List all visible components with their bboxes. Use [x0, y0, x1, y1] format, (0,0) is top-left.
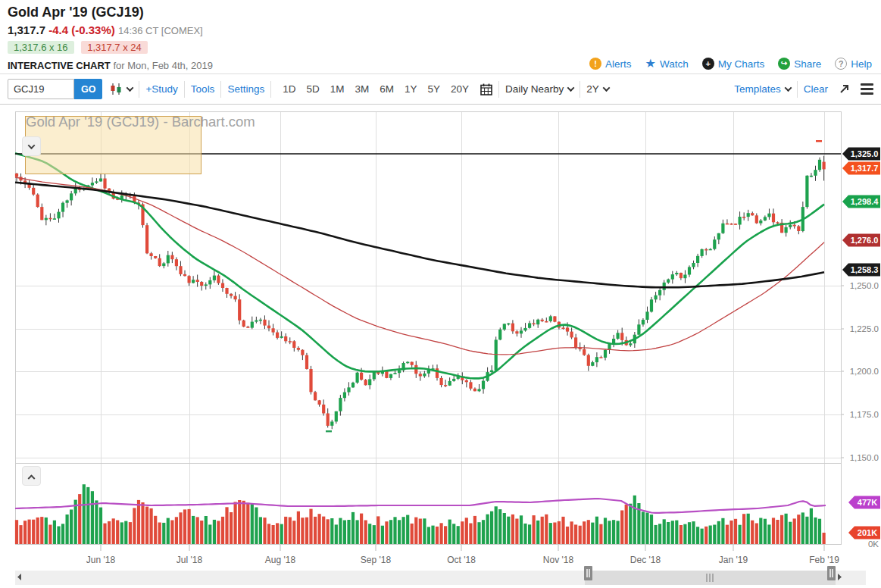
fullscreen-button[interactable]	[839, 83, 850, 95]
range-dropdown[interactable]: 2Y	[586, 83, 609, 95]
price-tag: 1,276.0	[842, 234, 880, 247]
plot-border	[15, 111, 841, 544]
settings-button[interactable]: Settings	[227, 83, 264, 95]
axis-label: Sep '18	[361, 555, 392, 565]
axis-label: Dec '18	[630, 555, 661, 565]
axis-label: Aug '18	[265, 555, 296, 565]
question-icon: ?	[835, 58, 847, 70]
axis-label: 1,150.0	[850, 453, 879, 462]
axis-label: 1,250.0	[850, 281, 879, 290]
session-high-marker	[816, 140, 822, 142]
session-low-marker	[326, 430, 332, 432]
scrollbar-handle[interactable]	[584, 566, 592, 580]
calendar-button[interactable]	[480, 83, 492, 95]
add-study-button[interactable]: +Study	[145, 83, 177, 95]
help-link[interactable]: ?Help	[835, 58, 872, 70]
axis-label: 1,200.0	[850, 367, 879, 376]
svg-text:1,258.3: 1,258.3	[851, 265, 879, 274]
period-6m-button[interactable]: 6M	[374, 83, 399, 95]
period-buttons: 1D5D1M3M6M1Y5Y20Y	[277, 83, 474, 95]
axis-label: Jul '18	[177, 555, 203, 565]
period-5y-button[interactable]: 5Y	[423, 83, 446, 95]
svg-text:477K: 477K	[858, 498, 877, 507]
quote-line: 1,317.7 -4.4 (-0.33%) 14:36 CT [COMEX]	[8, 23, 203, 36]
volume-average-line	[15, 499, 826, 513]
bid-ask-row: 1,317.6 x 16 1,317.7 x 24	[8, 41, 152, 54]
range-value: 2Y	[586, 83, 599, 95]
watch-link[interactable]: ★Watch	[645, 58, 689, 70]
bid-chip: 1,317.6 x 16	[8, 41, 74, 54]
period-3m-button[interactable]: 3M	[349, 83, 374, 95]
period-1m-button[interactable]: 1M	[325, 83, 350, 95]
alerts-link[interactable]: !Alerts	[589, 58, 632, 70]
chevron-down-icon	[602, 84, 610, 92]
chevron-down-icon	[28, 142, 36, 149]
price-tag: 1,258.3	[842, 264, 880, 277]
alert-icon: !	[589, 58, 601, 70]
collapse-price-panel-button[interactable]	[22, 136, 41, 156]
svg-text:1,325.0: 1,325.0	[851, 149, 879, 158]
price-change: -4.4 (-0.33%)	[48, 23, 115, 36]
section-date: for Mon, Feb 4th, 2019	[113, 60, 213, 71]
expand-arrow-icon	[839, 83, 850, 95]
chart-canvas[interactable]: 1,250.01,225.01,200.01,175.01,150.0Jun '…	[0, 111, 881, 588]
last-price: 1,317.7	[8, 23, 45, 36]
axis-label: Jun '18	[86, 555, 116, 565]
frequency-dropdown[interactable]: Daily Nearby	[505, 83, 573, 95]
chevron-down-icon	[127, 84, 134, 92]
calendar-icon	[480, 83, 492, 95]
chart-area[interactable]: 1,250.01,225.01,200.01,175.01,150.0Jun '…	[0, 111, 881, 588]
chart-type-dropdown[interactable]	[110, 83, 133, 95]
barchart-interactive-chart-page: Gold Apr '19 (GCJ19) 1,317.7 -4.4 (-0.33…	[0, 0, 881, 588]
scrollbar-handle[interactable]	[827, 566, 836, 580]
period-1y-button[interactable]: 1Y	[399, 83, 423, 95]
svg-text:1,276.0: 1,276.0	[851, 236, 879, 245]
axis-label: Feb '19	[809, 555, 839, 565]
share-link[interactable]: ↪Share	[778, 58, 821, 70]
period-1d-button[interactable]: 1D	[277, 83, 301, 95]
go-button[interactable]: GO	[74, 79, 102, 99]
section-label: INTERACTIVE CHART	[8, 60, 111, 71]
long-ma-line	[15, 183, 824, 287]
svg-text:1,317.7: 1,317.7	[851, 164, 879, 173]
price-tag: 1,325.0	[842, 148, 880, 161]
price-tag: 477K	[848, 496, 880, 509]
period-5d-button[interactable]: 5D	[301, 83, 324, 95]
my-charts-link[interactable]: +My Charts	[702, 58, 765, 70]
templates-dropdown[interactable]: Templates	[734, 83, 791, 95]
axis-label: Jan '19	[719, 555, 748, 565]
axis-label: 1,175.0	[850, 410, 879, 419]
axis-label: Oct '18	[447, 555, 476, 565]
volume-series	[15, 484, 826, 544]
axis-label: 1,225.0	[850, 324, 879, 333]
header-actions: !Alerts★Watch+My Charts↪Share?Help	[589, 58, 872, 70]
symbol-input[interactable]	[8, 79, 74, 99]
period-20y-button[interactable]: 20Y	[445, 83, 474, 95]
star-icon: ★	[645, 58, 656, 70]
share-icon: ↪	[778, 58, 790, 70]
frequency-value: Daily Nearby	[505, 83, 564, 95]
price-tag: 1,317.7	[842, 162, 880, 175]
ask-chip: 1,317.7 x 24	[81, 41, 148, 54]
plus-circle-icon: +	[702, 58, 714, 70]
tools-button[interactable]: Tools	[191, 83, 215, 95]
short-ma-line	[15, 153, 824, 378]
price-tag: 201K	[848, 527, 880, 540]
section-heading: INTERACTIVE CHART for Mon, Feb 4th, 2019	[8, 60, 213, 71]
candlestick-series	[15, 156, 826, 430]
chevron-down-icon	[567, 84, 575, 92]
svg-text:201K: 201K	[858, 528, 877, 537]
templates-label: Templates	[734, 83, 781, 95]
svg-text:1,298.4: 1,298.4	[851, 197, 879, 206]
menu-button[interactable]	[861, 81, 873, 97]
price-tag: 1,298.4	[842, 195, 880, 208]
chevron-up-icon	[28, 474, 36, 482]
chevron-down-icon	[784, 84, 792, 92]
clear-button[interactable]: Clear	[804, 83, 828, 95]
chart-toolbar: GO +Study Tools Settings 1D5D1M3M6M1Y5Y2…	[0, 74, 881, 105]
axis-label: 0K	[868, 540, 879, 549]
chart-watermark: Gold Apr '19 (GCJ19) - Barchart.com	[26, 114, 255, 130]
axis-label: Nov '18	[543, 555, 574, 565]
candlestick-icon	[110, 83, 123, 95]
expand-volume-panel-button[interactable]	[22, 466, 41, 486]
